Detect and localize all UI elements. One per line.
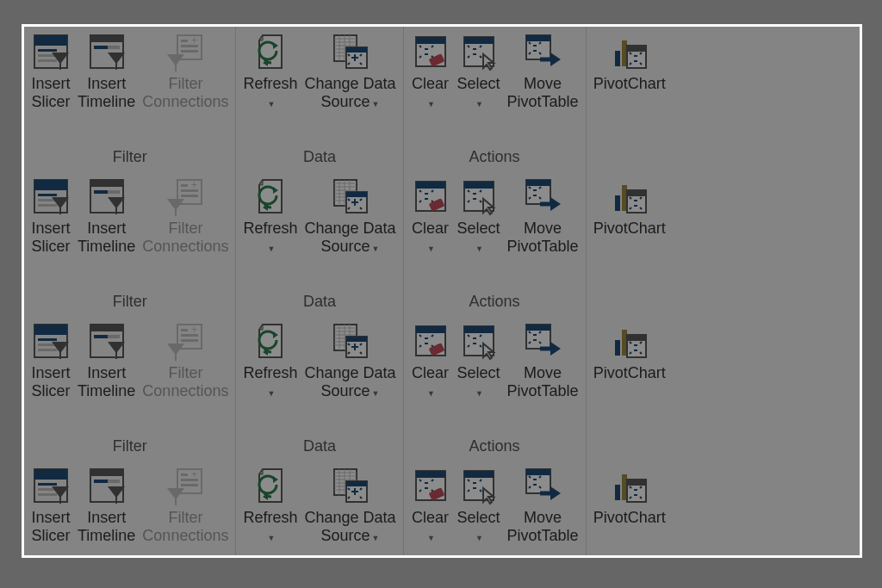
select-button[interactable]: Select▼ bbox=[454, 464, 504, 546]
changesource-label: Change DataSource▼ bbox=[304, 220, 395, 255]
refresh-label: Refresh▼ bbox=[243, 364, 297, 399]
svg-rect-49 bbox=[181, 189, 198, 192]
group-label: Filter bbox=[28, 437, 232, 459]
ribbon-group-filter: InsertSlicer InsertTimeline + FilterConn… bbox=[24, 316, 236, 461]
changesource-button[interactable]: Change DataSource▼ bbox=[301, 464, 399, 546]
insert-timeline-button[interactable]: InsertTimeline bbox=[74, 464, 139, 546]
dropdown-caret-icon: ▼ bbox=[267, 244, 275, 253]
svg-rect-76 bbox=[38, 338, 57, 341]
move-button[interactable]: MovePivotTable bbox=[504, 175, 582, 257]
svg-rect-144 bbox=[615, 485, 620, 500]
svg-rect-80 bbox=[90, 325, 123, 331]
insert-timeline-button[interactable]: InsertTimeline bbox=[74, 175, 139, 257]
refresh-button[interactable]: Refresh▼ bbox=[239, 175, 301, 257]
dropdown-caret-icon: ▼ bbox=[475, 534, 483, 542]
svg-rect-45 bbox=[108, 190, 120, 194]
select-label: Select▼ bbox=[457, 509, 500, 544]
refresh-button[interactable]: Refresh▼ bbox=[239, 464, 301, 546]
select-icon bbox=[459, 466, 499, 505]
pivotchart-button[interactable]: PivotChart bbox=[590, 319, 669, 401]
svg-rect-119 bbox=[108, 480, 120, 483]
ribbon-row: InsertSlicer InsertTimeline + FilterConn… bbox=[24, 27, 860, 171]
clear-label: Clear▼ bbox=[412, 364, 449, 399]
group-label: Data bbox=[239, 437, 399, 459]
svg-rect-43 bbox=[90, 180, 123, 187]
svg-rect-106 bbox=[526, 325, 550, 331]
clear-icon bbox=[411, 321, 450, 361]
svg-rect-141 bbox=[464, 471, 494, 478]
filter-conn-icon: + bbox=[165, 176, 205, 216]
insert-slicer-button[interactable]: InsertSlicer bbox=[28, 175, 74, 257]
pivotchart-button[interactable]: PivotChart bbox=[590, 30, 669, 112]
svg-rect-8 bbox=[108, 46, 120, 49]
move-icon bbox=[523, 176, 562, 216]
svg-rect-44 bbox=[94, 190, 108, 194]
dropdown-caret-icon: ▼ bbox=[475, 244, 483, 253]
pivotchart-button[interactable]: PivotChart bbox=[590, 175, 669, 257]
insert-slicer-label: InsertSlicer bbox=[31, 509, 70, 544]
svg-rect-41 bbox=[38, 204, 57, 207]
clear-label: Clear▼ bbox=[412, 509, 449, 544]
insert-timeline-button[interactable]: InsertTimeline bbox=[74, 319, 139, 401]
svg-text:+: + bbox=[191, 34, 197, 46]
pivotchart-label: PivotChart bbox=[593, 220, 666, 255]
select-icon bbox=[459, 176, 499, 216]
select-button[interactable]: Select▼ bbox=[454, 319, 504, 401]
refresh-icon bbox=[251, 321, 290, 361]
insert-slicer-button[interactable]: InsertSlicer bbox=[28, 30, 74, 112]
clear-button[interactable]: Clear▼ bbox=[407, 464, 454, 546]
move-label: MovePivotTable bbox=[507, 364, 579, 399]
pivotchart-label: PivotChart bbox=[593, 75, 666, 110]
ribbon-group-tools: PivotChart bbox=[587, 171, 673, 316]
svg-rect-101 bbox=[416, 326, 445, 333]
filter-conn-icon: + bbox=[165, 321, 205, 361]
move-button[interactable]: MovePivotTable bbox=[504, 319, 582, 401]
insert-timeline-label: InsertTimeline bbox=[78, 364, 135, 399]
move-label: MovePivotTable bbox=[507, 509, 579, 544]
ribbon-group-filter: InsertSlicer InsertTimeline + FilterConn… bbox=[24, 27, 236, 171]
svg-rect-138 bbox=[416, 471, 445, 478]
changesource-icon bbox=[331, 176, 370, 216]
svg-rect-99 bbox=[346, 337, 367, 342]
svg-text:+: + bbox=[191, 468, 197, 480]
dropdown-caret-icon: ▼ bbox=[372, 534, 380, 542]
clear-button[interactable]: Clear▼ bbox=[407, 319, 454, 401]
select-label: Select▼ bbox=[457, 364, 500, 399]
refresh-button[interactable]: Refresh▼ bbox=[239, 30, 301, 112]
move-button[interactable]: MovePivotTable bbox=[504, 30, 582, 112]
insert-timeline-button[interactable]: InsertTimeline bbox=[74, 30, 139, 112]
dropdown-caret-icon: ▼ bbox=[427, 389, 435, 398]
changesource-button[interactable]: Change DataSource▼ bbox=[301, 30, 399, 112]
changesource-button[interactable]: Change DataSource▼ bbox=[301, 175, 399, 257]
svg-rect-78 bbox=[38, 349, 57, 351]
refresh-button[interactable]: Refresh▼ bbox=[239, 319, 301, 401]
pivotchart-button[interactable]: PivotChart bbox=[590, 464, 669, 546]
group-label: Filter bbox=[28, 293, 232, 314]
move-button[interactable]: MovePivotTable bbox=[504, 464, 582, 546]
clear-button[interactable]: Clear▼ bbox=[407, 30, 454, 112]
insert-slicer-icon bbox=[31, 32, 71, 71]
svg-text:+: + bbox=[191, 179, 197, 191]
group-label: Data bbox=[239, 293, 399, 314]
svg-rect-104 bbox=[464, 326, 494, 333]
insert-slicer-button[interactable]: InsertSlicer bbox=[28, 319, 74, 401]
svg-rect-64 bbox=[416, 182, 445, 189]
insert-timeline-icon bbox=[87, 32, 127, 71]
insert-slicer-button[interactable]: InsertSlicer bbox=[28, 464, 74, 546]
insert-timeline-label: InsertTimeline bbox=[78, 509, 135, 544]
select-icon bbox=[459, 32, 499, 71]
svg-rect-87 bbox=[181, 339, 198, 342]
svg-rect-117 bbox=[90, 469, 123, 476]
clear-button[interactable]: Clear▼ bbox=[407, 175, 454, 257]
changesource-button[interactable]: Change DataSource▼ bbox=[301, 319, 399, 401]
ribbon-group-tools: PivotChart bbox=[587, 316, 673, 461]
select-label: Select▼ bbox=[457, 220, 500, 255]
ribbon-group-data: Refresh▼ Change DataSource▼Data bbox=[236, 27, 403, 171]
refresh-icon bbox=[251, 32, 290, 71]
select-button[interactable]: Select▼ bbox=[454, 175, 504, 257]
svg-rect-70 bbox=[615, 195, 620, 211]
select-button[interactable]: Select▼ bbox=[454, 30, 504, 112]
svg-rect-62 bbox=[346, 192, 367, 197]
ribbon-group-data: Refresh▼ Change DataSource▼Data bbox=[236, 461, 403, 558]
group-label: Data bbox=[239, 148, 399, 170]
